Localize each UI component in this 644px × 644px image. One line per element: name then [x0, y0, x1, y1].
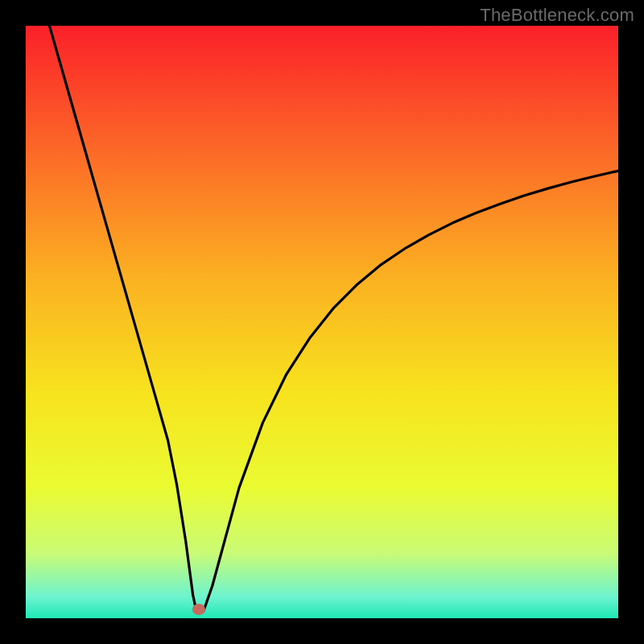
- bottleneck-curve: [49, 26, 618, 611]
- chart-frame: TheBottleneck.com: [0, 0, 644, 644]
- plot-area: [26, 26, 618, 618]
- watermark-text: TheBottleneck.com: [480, 5, 634, 26]
- optimal-point-marker: [192, 604, 205, 615]
- chart-svg: [26, 26, 618, 618]
